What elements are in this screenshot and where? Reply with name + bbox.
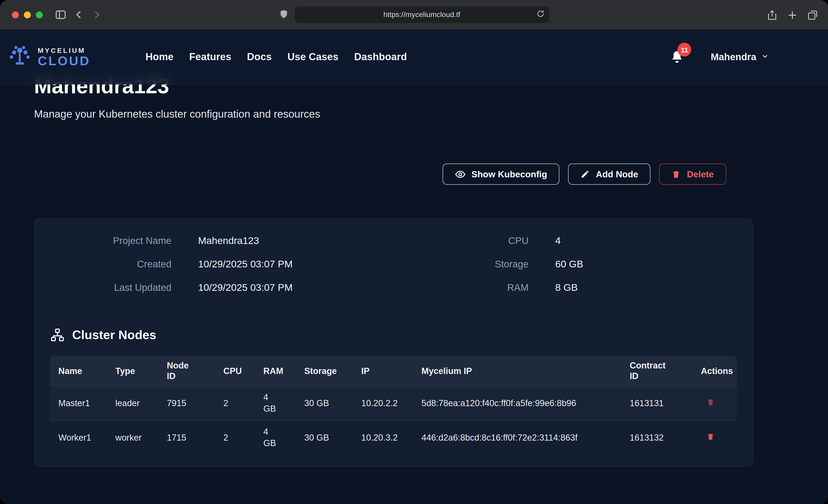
cluster-table-body: Master1 leader 7915 2 4 GB 30 GB 10.20.2… (50, 386, 737, 454)
delete-cluster-button[interactable]: Delete (659, 164, 726, 185)
details-right: CPU 4 Storage 60 GB RAM 8 GB (455, 234, 583, 294)
detail-value: 8 GB (555, 281, 583, 294)
address-area: https://myceliumcloud.tf (279, 6, 549, 23)
mycelium-tree-icon (7, 44, 32, 70)
back-button[interactable] (74, 10, 84, 20)
cell-type: leader (107, 386, 159, 420)
cell-actions (693, 420, 737, 454)
zoom-window-button[interactable] (36, 11, 43, 18)
cell-type: worker (107, 420, 159, 454)
cell-name: Master1 (50, 386, 107, 420)
eye-icon (455, 169, 465, 179)
cell-name: Worker1 (50, 420, 107, 454)
detail-label: Created (50, 258, 171, 270)
col-name: Name (50, 356, 107, 386)
trash-icon (706, 432, 715, 441)
detail-value: 10/29/2025 03:07 PM (198, 281, 293, 294)
table-header-row: Name Type Node ID CPU RAM Storage IP Myc… (50, 356, 737, 386)
url-field[interactable]: https://myceliumcloud.tf (295, 6, 549, 23)
privacy-shield-icon[interactable] (279, 8, 289, 21)
nav-item-dashboard[interactable]: Dashboard (354, 51, 407, 63)
nav-item-home[interactable]: Home (146, 51, 173, 63)
chevron-down-icon (761, 52, 769, 62)
trash-icon (706, 397, 715, 406)
page-content: Mahendra123 Manage your Kubernetes clust… (0, 30, 828, 504)
cluster-nodes-heading: Cluster Nodes (50, 328, 737, 342)
sitemap-icon (50, 328, 65, 342)
cell-storage: 30 GB (296, 386, 353, 420)
cell-ram: 4 GB (255, 420, 296, 454)
cell-ip: 10.20.3.2 (353, 420, 413, 454)
tab-overview-button[interactable] (807, 9, 818, 20)
reload-button[interactable] (536, 10, 545, 20)
col-ip: IP (353, 356, 413, 386)
col-storage: Storage (296, 356, 353, 386)
forward-icon (91, 10, 101, 20)
close-window-button[interactable] (12, 11, 19, 18)
chrome-right-buttons (767, 0, 818, 30)
new-tab-icon (787, 9, 798, 20)
detail-value: 10/29/2025 03:07 PM (198, 258, 293, 270)
sidebar-icon (55, 9, 67, 21)
cell-contract-id: 1613132 (621, 420, 693, 454)
col-actions: Actions (693, 356, 737, 386)
browser-window: https://myceliumcloud.tf (0, 0, 828, 504)
cell-node-id: 1715 (159, 420, 215, 454)
nav-item-docs[interactable]: Docs (247, 51, 272, 63)
user-menu[interactable]: Mahendra (711, 51, 769, 62)
table-row: Master1 leader 7915 2 4 GB 30 GB 10.20.2… (50, 386, 737, 420)
url-text: https://myceliumcloud.tf (383, 10, 460, 19)
cell-cpu: 2 (215, 386, 255, 420)
share-icon (767, 9, 778, 20)
add-node-button[interactable]: Add Node (568, 164, 651, 185)
details-left: Project Name Mahendra123 Created 10/29/2… (50, 234, 293, 294)
stage: https://myceliumcloud.tf (0, 0, 828, 504)
browser-chrome: https://myceliumcloud.tf (0, 0, 828, 30)
cluster-actions: Show Kubeconfig Add Node Delete (34, 164, 753, 185)
cell-cpu: 2 (215, 420, 255, 454)
cluster-details: Project Name Mahendra123 Created 10/29/2… (50, 234, 737, 294)
delete-node-button[interactable] (705, 397, 716, 407)
notifications-button[interactable]: 11 (670, 50, 684, 64)
user-name: Mahendra (711, 51, 756, 62)
cluster-details-card: Project Name Mahendra123 Created 10/29/2… (34, 218, 753, 467)
back-icon (74, 10, 84, 20)
col-contract-id: Contract ID (621, 356, 693, 386)
brand-logo[interactable]: MYCELIUM CLOUD (7, 44, 90, 70)
cell-actions (693, 386, 737, 420)
share-button[interactable] (767, 9, 778, 20)
add-node-label: Add Node (596, 169, 638, 179)
trash-icon (672, 169, 681, 179)
nav-item-features[interactable]: Features (189, 51, 231, 63)
minimize-window-button[interactable] (24, 11, 31, 18)
detail-label: RAM (455, 281, 529, 294)
cell-ip: 10.20.2.2 (353, 386, 413, 420)
col-node-id: Node ID (159, 356, 215, 386)
detail-value: 60 GB (555, 258, 583, 270)
forward-button[interactable] (91, 10, 101, 20)
brand-text: MYCELIUM CLOUD (38, 47, 90, 67)
cluster-nodes-table: Name Type Node ID CPU RAM Storage IP Myc… (50, 356, 737, 454)
brand-line2: CLOUD (38, 54, 90, 67)
cell-node-id: 7915 (159, 386, 215, 420)
col-type: Type (107, 356, 159, 386)
delete-label: Delete (687, 169, 714, 179)
pencil-icon (581, 170, 590, 179)
cell-storage: 30 GB (296, 420, 353, 454)
detail-label: Project Name (50, 234, 171, 247)
nav-item-use-cases[interactable]: Use Cases (287, 51, 338, 63)
reload-icon (536, 10, 545, 18)
delete-node-button[interactable] (705, 431, 716, 442)
show-kubeconfig-button[interactable]: Show Kubeconfig (442, 164, 560, 185)
cell-mycelium-ip: 446:d2a6:8bcd:8c16:ff0f:72e2:3114:863f (413, 420, 621, 454)
sidebar-toggle-button[interactable] (55, 9, 67, 21)
main-nav: Home Features Docs Use Cases Dashboard (146, 51, 407, 63)
detail-label: Last Updated (50, 281, 171, 294)
col-ram: RAM (255, 356, 296, 386)
new-tab-button[interactable] (787, 9, 798, 20)
show-kubeconfig-label: Show Kubeconfig (471, 169, 547, 179)
cell-contract-id: 1613131 (621, 386, 693, 420)
col-mycelium-ip: Mycelium IP (413, 356, 621, 386)
page-subtitle: Manage your Kubernetes cluster configura… (34, 108, 828, 120)
tab-overview-icon (807, 9, 818, 20)
